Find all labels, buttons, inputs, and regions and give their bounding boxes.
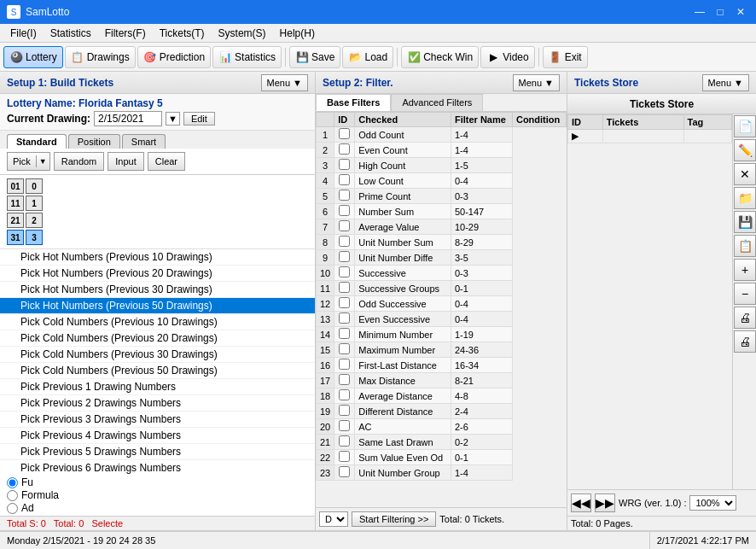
tickets-action-open[interactable]: 📁	[734, 187, 756, 209]
filter-condition: 2-4	[451, 404, 512, 419]
clear-btn[interactable]: Clear	[148, 152, 185, 171]
menu-item-ticketst[interactable]: Tickets(T)	[153, 26, 212, 41]
tickets-action-copy[interactable]: 📋	[734, 235, 756, 257]
filter-check-4[interactable]	[339, 174, 350, 185]
menu-item-helph[interactable]: Help(H)	[273, 26, 322, 41]
filter-check-5[interactable]	[339, 190, 350, 201]
list-item-2[interactable]: Pick Hot Numbers (Previous 30 Drawings)	[0, 282, 315, 298]
list-item-7[interactable]: Pick Cold Numbers (Previous 30 Drawings)	[0, 347, 315, 363]
tickets-action-print[interactable]: 🖨	[734, 307, 756, 329]
filter-check-9[interactable]	[339, 251, 350, 262]
nav-next-btn[interactable]: ▶▶	[595, 494, 615, 512]
radio-formula[interactable]	[7, 490, 18, 501]
left-panel-menu-btn[interactable]: Menu ▼	[261, 74, 308, 91]
filter-check-11[interactable]	[339, 282, 350, 293]
toolbar-btn-video[interactable]: ▶Video	[480, 46, 534, 68]
list-item-14[interactable]: Pick Previous 5 Drawings Numbers	[0, 444, 315, 460]
filter-check-15[interactable]	[339, 343, 350, 354]
list-item-0[interactable]: Pick Hot Numbers (Previous 10 Drawings)	[0, 249, 315, 266]
num-val-11[interactable]: 1	[26, 196, 43, 211]
num-val-01[interactable]: 0	[26, 178, 43, 194]
filter-check-1[interactable]	[339, 128, 350, 139]
filter-check-2[interactable]	[339, 143, 350, 155]
filter-check-12[interactable]	[339, 297, 350, 308]
nav-prev-btn[interactable]: ◀◀	[571, 494, 591, 512]
tickets-action-print2[interactable]: 🖨	[734, 330, 756, 353]
zoom-select[interactable]: 100% 75% 125%	[689, 495, 736, 511]
list-item-10[interactable]: Pick Previous 1 Drawing Numbers	[0, 379, 315, 395]
filter-check-17[interactable]	[339, 374, 350, 385]
list-item-11[interactable]: Pick Previous 2 Drawings Numbers	[0, 395, 315, 412]
filter-check-7[interactable]	[339, 220, 350, 231]
toolbar-btn-save[interactable]: 💾Save	[289, 46, 340, 68]
toolbar-btn-lottery[interactable]: 🎱Lottery	[3, 46, 63, 68]
list-item-15[interactable]: Pick Previous 6 Drawings Numbers	[0, 460, 315, 475]
list-item-12[interactable]: Pick Previous 3 Drawings Numbers	[0, 412, 315, 428]
filter-check-3[interactable]	[339, 159, 350, 170]
pick-btn[interactable]: Pick ▼	[7, 152, 50, 171]
menu-item-statistics[interactable]: Statistics	[44, 26, 98, 41]
toolbar-btn-exit[interactable]: 🚪Exit	[543, 46, 588, 68]
toolbar-btn-statistics[interactable]: 📊Statistics	[212, 46, 282, 68]
list-item-3[interactable]: Pick Hot Numbers (Previous 50 Drawings)	[0, 298, 315, 314]
tickets-action-delete[interactable]: ✕	[734, 163, 756, 185]
filter-select[interactable]: D	[319, 511, 348, 527]
filter-check-13[interactable]	[339, 312, 350, 324]
filter-check-6[interactable]	[339, 205, 350, 216]
filter-check-19[interactable]	[339, 405, 350, 416]
tickets-action-new[interactable]: 📄	[734, 115, 756, 137]
filter-check-20[interactable]	[339, 420, 350, 431]
list-item-5[interactable]: Pick Cold Numbers (Previous 10 Drawings)	[0, 314, 315, 330]
left-tab-smart[interactable]: Smart	[122, 134, 166, 149]
filter-check-21[interactable]	[339, 435, 350, 447]
filter-table-area[interactable]: IDCheckedFilter NameCondition1Odd Count1…	[316, 112, 567, 507]
menu-item-systems[interactable]: System(S)	[212, 26, 273, 41]
menu-item-filei[interactable]: File(I)	[3, 26, 44, 41]
close-btn[interactable]: ✕	[732, 5, 749, 19]
edit-btn[interactable]: Edit	[183, 112, 215, 126]
menu-item-filtersf[interactable]: Filters(F)	[98, 26, 153, 41]
list-item-13[interactable]: Pick Previous 4 Drawings Numbers	[0, 428, 315, 444]
filter-check-14[interactable]	[339, 328, 350, 339]
start-filtering-btn[interactable]: Start Filtering >>	[352, 511, 436, 527]
list-item-8[interactable]: Pick Cold Numbers (Previous 50 Drawings)	[0, 363, 315, 379]
filter-check-10[interactable]	[339, 266, 350, 277]
num-val-21[interactable]: 2	[26, 213, 43, 228]
filter-check-18[interactable]	[339, 389, 350, 400]
num-badge-21[interactable]: 21	[7, 213, 24, 228]
input-btn[interactable]: Input	[108, 152, 143, 171]
toolbar-btn-drawings[interactable]: 📋Drawings	[65, 46, 136, 68]
list-item-6[interactable]: Pick Cold Numbers (Previous 20 Drawings)	[0, 330, 315, 347]
tickets-action-save[interactable]: 💾	[734, 211, 756, 233]
filter-check-16[interactable]	[339, 359, 350, 370]
toolbar-btn-load[interactable]: 📂Load	[342, 46, 393, 68]
tickets-action-add[interactable]: +	[734, 259, 756, 281]
num-badge-11[interactable]: 11	[7, 196, 24, 211]
num-badge-31[interactable]: 31	[7, 230, 24, 245]
drawing-date[interactable]: 2/15/2021	[94, 111, 162, 126]
mid-panel-menu-btn[interactable]: Menu ▼	[513, 74, 560, 91]
list-item-1[interactable]: Pick Hot Numbers (Previous 20 Drawings)	[0, 266, 315, 282]
filter-tab-advanced-filters[interactable]: Advanced Filters	[391, 94, 483, 111]
toolbar-btn-prediction[interactable]: 🎯Prediction	[137, 46, 211, 68]
filter-check-8[interactable]	[339, 236, 350, 247]
drawing-dropdown-icon[interactable]: ▼	[166, 112, 180, 126]
list-area[interactable]: Pick Hot Numbers (Previous 10 Drawings)P…	[0, 249, 315, 475]
tickets-action-edit[interactable]: ✏️	[734, 139, 756, 161]
right-panel-menu-btn[interactable]: Menu ▼	[702, 74, 749, 91]
left-tab-standard[interactable]: Standard	[7, 134, 67, 149]
pick-arrow-icon[interactable]: ▼	[36, 155, 49, 167]
toolbar-btn-checkwin[interactable]: ✅Check Win	[401, 46, 479, 68]
filter-check-22[interactable]	[339, 451, 350, 462]
left-tab-position[interactable]: Position	[68, 134, 120, 149]
filter-tab-base-filters[interactable]: Base Filters	[316, 94, 391, 111]
filter-check-23[interactable]	[339, 466, 350, 477]
radio-ad[interactable]	[7, 503, 18, 514]
minimize-btn[interactable]: —	[691, 5, 708, 19]
radio-fu[interactable]	[7, 477, 18, 488]
random-btn[interactable]: Random	[54, 152, 105, 171]
maximize-btn[interactable]: □	[712, 5, 729, 19]
tickets-action-remove[interactable]: −	[734, 283, 756, 305]
num-val-31[interactable]: 3	[26, 230, 43, 245]
num-badge-01[interactable]: 01	[7, 178, 24, 194]
